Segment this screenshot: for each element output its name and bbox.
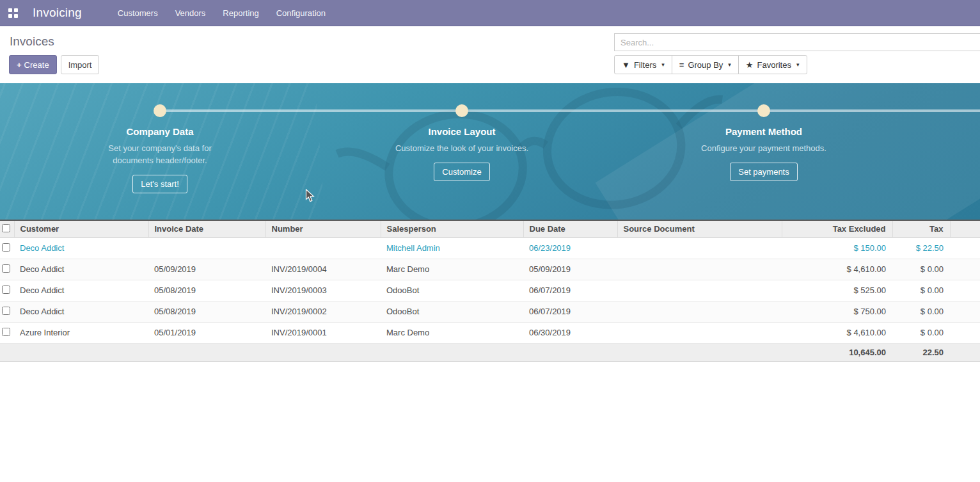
cell-number: INV/2019/0003 (265, 280, 381, 301)
step-dot-icon (757, 104, 770, 117)
cell-due-date: 06/07/2019 (523, 301, 617, 322)
cell-customer: Deco Addict (14, 259, 148, 280)
filters-button[interactable]: ▼ Filters ▾ (614, 55, 672, 74)
menu-reporting[interactable]: Reporting (223, 8, 258, 18)
favorites-button[interactable]: ★ Favorites ▾ (738, 55, 807, 74)
create-button[interactable]: +Create (9, 55, 57, 74)
table-row[interactable]: Deco Addict 05/08/2019 INV/2019/0003 Odo… (0, 280, 980, 301)
import-button[interactable]: Import (61, 55, 100, 74)
row-checkbox[interactable] (2, 285, 10, 294)
row-checkbox[interactable] (2, 328, 10, 336)
import-button-label: Import (68, 60, 92, 70)
table-row[interactable]: Deco Addict Mitchell Admin 06/23/2019 $ … (0, 237, 980, 259)
app-brand[interactable]: Invoicing (33, 6, 82, 20)
column-header-tax-excluded[interactable]: Tax Excluded (782, 220, 892, 237)
favorites-star-icon: ★ (746, 60, 754, 70)
cell-tax-excluded: $ 150.00 (782, 237, 892, 259)
cell-source-document (617, 237, 782, 259)
cell-customer: Azure Interior (14, 322, 148, 343)
caret-down-icon: ▾ (728, 61, 731, 68)
cell-due-date: 06/07/2019 (523, 280, 617, 301)
cell-salesperson: Marc Demo (381, 259, 523, 280)
row-checkbox[interactable] (2, 264, 10, 273)
step-title: Company Data (58, 126, 262, 137)
menu-configuration[interactable]: Configuration (276, 8, 326, 18)
navbar-menu: Customers Vendors Reporting Configuratio… (118, 8, 326, 18)
create-button-label: Create (24, 60, 49, 70)
step-title: Invoice Layout (360, 126, 564, 137)
group-by-button[interactable]: ≡ Group By ▾ (672, 55, 739, 74)
invoice-list-table: Customer Invoice Date Number Salesperson… (0, 220, 980, 362)
step-title: Payment Method (661, 126, 866, 137)
filter-funnel-icon: ▼ (622, 60, 630, 70)
column-header-due-date[interactable]: Due Date (523, 220, 617, 237)
row-checkbox[interactable] (2, 243, 10, 252)
cell-number: INV/2019/0004 (265, 259, 381, 280)
plus-icon: + (17, 60, 22, 70)
cell-salesperson: Marc Demo (381, 322, 523, 343)
cell-salesperson: OdooBot (381, 301, 523, 322)
page-title: Invoices (10, 35, 54, 49)
filters-button-label: Filters (634, 60, 656, 70)
cell-customer: Deco Addict (14, 237, 148, 259)
menu-customers[interactable]: Customers (118, 8, 158, 18)
group-by-bars-icon: ≡ (679, 60, 684, 70)
cell-due-date: 05/09/2019 (523, 259, 617, 280)
cell-source-document (617, 301, 782, 322)
cell-invoice-date (148, 237, 265, 259)
column-header-tax[interactable]: Tax (892, 220, 950, 237)
cell-source-document (617, 280, 782, 301)
menu-vendors[interactable]: Vendors (175, 8, 206, 18)
set-payments-button[interactable]: Set payments (730, 163, 798, 181)
top-navbar: Invoicing Customers Vendors Reporting Co… (0, 0, 980, 26)
cell-tax: $ 0.00 (892, 322, 950, 343)
cell-tax: $ 0.00 (892, 301, 950, 322)
apps-menu-icon[interactable] (8, 8, 18, 18)
column-header-customer[interactable]: Customer (14, 220, 148, 237)
step-subtitle: Set your company's data for documents he… (88, 142, 232, 166)
cell-number: INV/2019/0001 (265, 322, 381, 343)
cell-salesperson: OdooBot (381, 280, 523, 301)
cell-invoice-date: 05/09/2019 (148, 259, 265, 280)
row-checkbox[interactable] (2, 307, 10, 315)
control-panel: Invoices +Create Import ▼ Filters ▾ ≡ Gr… (0, 26, 980, 83)
cell-source-document (617, 259, 782, 280)
search-input[interactable] (614, 33, 980, 51)
onboarding-banner: Company Data Set your company's data for… (0, 83, 980, 220)
favorites-button-label: Favorites (757, 60, 791, 70)
cell-tax: $ 22.50 (892, 237, 950, 259)
table-row[interactable]: Azure Interior 05/01/2019 INV/2019/0001 … (0, 322, 980, 343)
select-all-checkbox[interactable] (2, 224, 10, 232)
column-header-invoice-date[interactable]: Invoice Date (148, 220, 265, 237)
caret-down-icon: ▾ (661, 61, 665, 68)
onboarding-step-invoice-layout: Invoice Layout Customize the look of you… (360, 83, 564, 181)
onboarding-step-company-data: Company Data Set your company's data for… (58, 83, 262, 193)
total-tax: 22.50 (892, 343, 950, 361)
cell-customer: Deco Addict (14, 301, 148, 322)
cell-source-document (617, 322, 782, 343)
cell-tax-excluded: $ 4,610.00 (782, 259, 892, 280)
lets-start-button[interactable]: Let's start! (132, 175, 187, 193)
cell-salesperson: Mitchell Admin (381, 237, 523, 259)
column-header-spacer (950, 220, 980, 237)
total-tax-excluded: 10,645.00 (782, 343, 892, 361)
table-header-row: Customer Invoice Date Number Salesperson… (0, 220, 980, 237)
onboarding-step-payment-method: Payment Method Configure your payment me… (661, 83, 866, 181)
column-header-number[interactable]: Number (265, 220, 381, 237)
cell-tax-excluded: $ 4,610.00 (782, 322, 892, 343)
table-row[interactable]: Deco Addict 05/09/2019 INV/2019/0004 Mar… (0, 259, 980, 280)
step-subtitle: Customize the look of your invoices. (393, 142, 531, 154)
group-by-button-label: Group By (688, 60, 723, 70)
search-options: ▼ Filters ▾ ≡ Group By ▾ ★ Favorites ▾ (614, 55, 807, 74)
customize-button[interactable]: Customize (434, 163, 489, 181)
cell-invoice-date: 05/01/2019 (148, 322, 265, 343)
column-header-source-document[interactable]: Source Document (617, 220, 782, 237)
table-row[interactable]: Deco Addict 05/08/2019 INV/2019/0002 Odo… (0, 301, 980, 322)
step-dot-icon (154, 104, 166, 117)
cell-invoice-date: 05/08/2019 (148, 280, 265, 301)
column-header-salesperson[interactable]: Salesperson (381, 220, 523, 237)
cell-tax: $ 0.00 (892, 259, 950, 280)
step-dot-icon (455, 104, 468, 117)
cell-invoice-date: 05/08/2019 (148, 301, 265, 322)
table-totals-row: 10,645.00 22.50 (0, 343, 980, 361)
